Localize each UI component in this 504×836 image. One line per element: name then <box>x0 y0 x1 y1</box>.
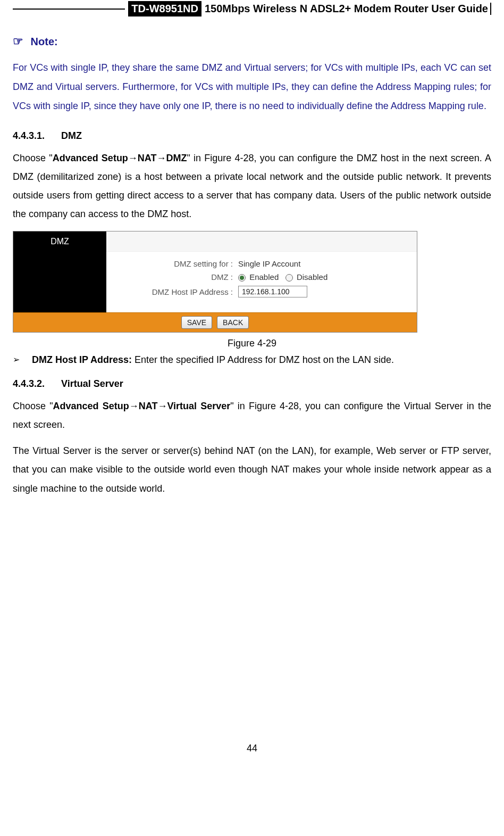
figure-sidebar <box>13 252 106 312</box>
dmz-host-ip-input[interactable]: 192.168.1.100 <box>238 286 307 297</box>
save-button[interactable]: SAVE <box>181 316 212 329</box>
bullet-dmz-host-ip: ➢ DMZ Host IP Address: Enter the specifi… <box>13 352 491 368</box>
section-title: DMZ <box>61 130 82 141</box>
section-heading-virtual-server: 4.4.3.2. Virtual Server <box>13 378 491 390</box>
section-title: Virtual Server <box>61 378 123 389</box>
figure-form-area: DMZ setting for : Single IP Account DMZ … <box>106 252 417 312</box>
bullet-arrow-icon: ➢ <box>13 352 32 367</box>
dmz-host-ip-label: DMZ Host IP Address : <box>116 287 238 296</box>
dmz-disabled-radio[interactable] <box>285 274 293 282</box>
dmz-label: DMZ : <box>116 272 238 282</box>
nav-path-bold: Advanced Setup→NAT→DMZ <box>53 153 187 163</box>
figure-caption: Figure 4-29 <box>13 338 491 349</box>
text-fragment: Choose " <box>13 153 53 163</box>
dmz-enabled-label: Enabled <box>249 272 279 282</box>
virtual-server-paragraph-1: Choose "Advanced Setup→NAT→Virtual Serve… <box>13 397 491 434</box>
section-number: 4.4.3.1. <box>13 130 58 142</box>
header-rule <box>13 9 125 10</box>
dmz-setting-for-label: DMZ setting for : <box>116 259 238 268</box>
dmz-enabled-radio[interactable] <box>238 274 246 282</box>
note-body: For VCs with single IP, they share the s… <box>13 58 491 115</box>
bullet-term: DMZ Host IP Address: <box>32 354 132 365</box>
nav-path-bold: Advanced Setup→NAT→Virtual Server <box>53 401 231 411</box>
bullet-desc: Enter the specified IP Address for DMZ h… <box>132 354 394 365</box>
figure-button-bar: SAVE BACK <box>13 312 417 332</box>
product-model: TD-W8951ND <box>128 1 201 16</box>
virtual-server-paragraph-2: The Virtual Server is the server or serv… <box>13 442 491 498</box>
note-label: Note: <box>31 36 58 47</box>
figure-4-29: DMZ DMZ setting for : Single IP Account … <box>13 231 417 333</box>
pointing-hand-icon: ☞ <box>13 35 23 48</box>
text-fragment: Choose " <box>13 401 53 411</box>
document-title: 150Mbps Wireless N ADSL2+ Modem Router U… <box>201 3 491 15</box>
dmz-disabled-label: Disabled <box>297 272 327 282</box>
section-heading-dmz: 4.4.3.1. DMZ <box>13 130 491 142</box>
dmz-setting-for-value: Single IP Account <box>238 259 300 268</box>
figure-header-spacer <box>106 231 417 252</box>
page-header: TD-W8951ND 150Mbps Wireless N ADSL2+ Mod… <box>13 0 491 19</box>
note-heading: ☞ Note: <box>13 35 491 48</box>
section-number: 4.4.3.2. <box>13 378 58 390</box>
page-number: 44 <box>13 743 491 754</box>
back-button[interactable]: BACK <box>217 316 249 329</box>
dmz-paragraph: Choose "Advanced Setup→NAT→DMZ" in Figur… <box>13 149 491 224</box>
figure-tab-dmz: DMZ <box>13 231 106 252</box>
